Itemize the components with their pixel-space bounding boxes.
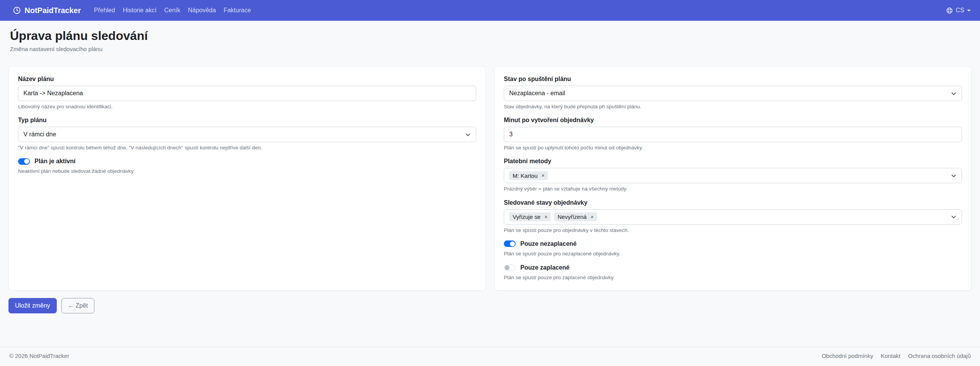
chevron-down-icon xyxy=(951,91,957,96)
only-unpaid-toggle[interactable] xyxy=(504,240,516,247)
tag-m-kartou: M: Kartou × xyxy=(509,171,548,180)
payment-methods-tags: M: Kartou × xyxy=(509,171,944,180)
footer-link-ochrana-osobnich-udaju[interactable]: Ochrana osobních údajů xyxy=(908,353,971,359)
remove-tag-icon[interactable]: × xyxy=(541,173,544,178)
plan-active-help: Neaktivní plán nebude sledovat žádné obj… xyxy=(18,168,476,175)
main-content: Úprava plánu sledování Změna nastavení s… xyxy=(0,21,980,347)
tag-nevyrizena: Nevyřízená × xyxy=(554,212,597,221)
plan-type-help: "V rámci dne" spustí kontrolu během tého… xyxy=(18,144,476,151)
tag-vyrizuje-se: Vyřizuje se × xyxy=(509,212,551,221)
tag-label: Nevyřízená xyxy=(558,214,587,220)
language-switcher[interactable]: CS xyxy=(946,7,971,14)
plan-conditions-card: Stav po spuštění plánu Nezaplacena - ema… xyxy=(494,66,972,291)
watched-states-help: Plán se spustí pouze pro objednávky v tě… xyxy=(504,227,962,234)
payment-methods-multiselect[interactable]: M: Kartou × xyxy=(504,168,962,183)
nav-item-prehled[interactable]: Přehled xyxy=(90,4,119,17)
page-subtitle: Změna nastavení sledovacího plánu xyxy=(10,46,970,52)
plan-type-label: Typ plánu xyxy=(18,117,476,124)
plan-name-group: Název plánu Libovolný název pro snadnou … xyxy=(18,76,476,110)
watched-states-multiselect[interactable]: Vyřizuje se × Nevyřízená × xyxy=(504,209,962,225)
status-after-selected-value: Nezaplacena - email xyxy=(509,90,565,97)
copyright: © 2026 NotPaidTracker xyxy=(9,353,69,359)
payment-methods-label: Platební metody xyxy=(504,158,962,165)
plan-active-block: Plán je aktivní Neaktivní plán nebude sl… xyxy=(18,158,476,175)
remove-tag-icon[interactable]: × xyxy=(591,214,594,220)
plan-basics-card: Název plánu Libovolný název pro snadnou … xyxy=(8,66,486,291)
watched-states-tags: Vyřizuje se × Nevyřízená × xyxy=(509,212,944,221)
footer-links: Obchodní podmínky Kontakt Ochrana osobní… xyxy=(822,353,971,359)
minutes-label: Minut po vytvoření objednávky xyxy=(504,117,962,124)
chevron-down-icon xyxy=(951,173,957,179)
only-paid-block: Pouze zaplacené Plán se spustí pouze pro… xyxy=(504,264,962,281)
plan-active-toggle[interactable] xyxy=(18,158,30,165)
only-paid-help: Plán se spustí pouze pro zaplacené objed… xyxy=(504,274,962,281)
footer-link-kontakt[interactable]: Kontakt xyxy=(881,353,901,359)
page-title: Úprava plánu sledování xyxy=(10,29,970,43)
chevron-down-icon xyxy=(951,214,957,220)
watched-states-group: Sledované stavy objednávky Vyřizuje se ×… xyxy=(504,199,962,234)
page-header: Úprava plánu sledování Změna nastavení s… xyxy=(10,29,970,52)
form-cards: Název plánu Libovolný název pro snadnou … xyxy=(8,66,972,291)
minutes-help: Plán se spustí po uplynutí tohoto počtu … xyxy=(504,144,962,151)
page-footer: © 2026 NotPaidTracker Obchodní podmínky … xyxy=(0,347,980,366)
remove-tag-icon[interactable]: × xyxy=(544,214,548,220)
status-after-label: Stav po spuštění plánu xyxy=(504,76,962,83)
brand-label: NotPaidTracker xyxy=(25,6,81,15)
plan-type-selected-value: V rámci dne xyxy=(23,131,56,138)
only-unpaid-help: Plán se spustí pouze pro nezaplacené obj… xyxy=(504,250,962,257)
tag-label: Vyřizuje se xyxy=(513,214,541,220)
globe-icon xyxy=(946,7,953,14)
footer-link-obchodni-podminky[interactable]: Obchodní podmínky xyxy=(822,353,873,359)
plan-type-group: Typ plánu V rámci dne "V rámci dne" spus… xyxy=(18,117,476,151)
chevron-down-icon xyxy=(967,10,971,12)
clock-icon xyxy=(13,6,21,15)
save-button[interactable]: Uložit změny xyxy=(8,298,57,313)
payment-methods-help: Prázdný výběr = plán se vztahuje na všec… xyxy=(504,185,962,192)
tag-label: M: Kartou xyxy=(513,172,538,179)
plan-name-input[interactable] xyxy=(18,86,476,101)
form-actions: Uložit změny ← Zpět xyxy=(8,298,972,313)
nav-links: Přehled Historie akcí Ceník Nápověda Fak… xyxy=(90,4,255,17)
language-code: CS xyxy=(956,7,964,14)
minutes-group: Minut po vytvoření objednávky Plán se sp… xyxy=(504,117,962,151)
payment-methods-group: Platební metody M: Kartou × Prázdný výbě… xyxy=(504,158,962,192)
plan-type-select[interactable]: V rámci dne xyxy=(18,127,476,142)
brand[interactable]: NotPaidTracker xyxy=(13,6,81,15)
nav-item-historie-akci[interactable]: Historie akcí xyxy=(119,4,160,17)
status-after-group: Stav po spuštění plánu Nezaplacena - ema… xyxy=(504,76,962,110)
nav-item-cenik[interactable]: Ceník xyxy=(160,4,184,17)
nav-item-napoveda[interactable]: Nápověda xyxy=(184,4,220,17)
watched-states-label: Sledované stavy objednávky xyxy=(504,199,962,206)
plan-name-help: Libovolný název pro snadnou identifikaci… xyxy=(18,103,476,110)
only-unpaid-block: Pouze nezaplacené Plán se spustí pouze p… xyxy=(504,240,962,257)
status-after-help: Stav objednávky, na který bude přepnuta … xyxy=(504,103,962,110)
top-navbar: NotPaidTracker Přehled Historie akcí Cen… xyxy=(0,0,980,21)
status-after-select[interactable]: Nezaplacena - email xyxy=(504,86,962,101)
plan-active-label: Plán je aktivní xyxy=(35,158,76,165)
minutes-input[interactable] xyxy=(504,127,962,142)
only-paid-label: Pouze zaplacené xyxy=(520,264,569,271)
chevron-down-icon xyxy=(465,132,471,137)
plan-name-label: Název plánu xyxy=(18,76,476,83)
back-button[interactable]: ← Zpět xyxy=(61,298,94,313)
nav-item-fakturace[interactable]: Fakturace xyxy=(220,4,255,17)
only-unpaid-label: Pouze nezaplacené xyxy=(520,240,577,247)
only-paid-toggle[interactable] xyxy=(504,265,516,271)
